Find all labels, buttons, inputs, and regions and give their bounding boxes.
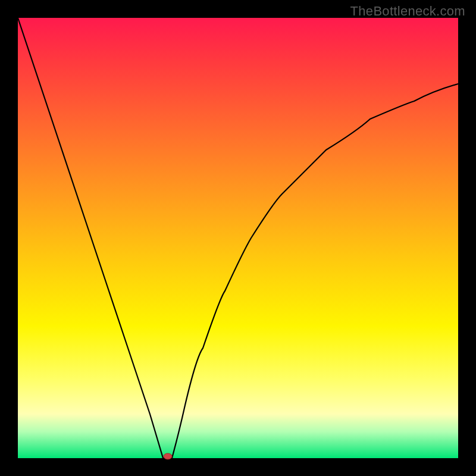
- chart-frame: TheBottleneck.com: [0, 0, 476, 476]
- curve-svg: [18, 18, 458, 458]
- watermark-text: TheBottleneck.com: [350, 4, 465, 19]
- curve-left-branch: [18, 18, 163, 458]
- minimum-marker: [164, 453, 172, 459]
- curve-right-branch: [172, 84, 458, 458]
- plot-area: [18, 18, 458, 458]
